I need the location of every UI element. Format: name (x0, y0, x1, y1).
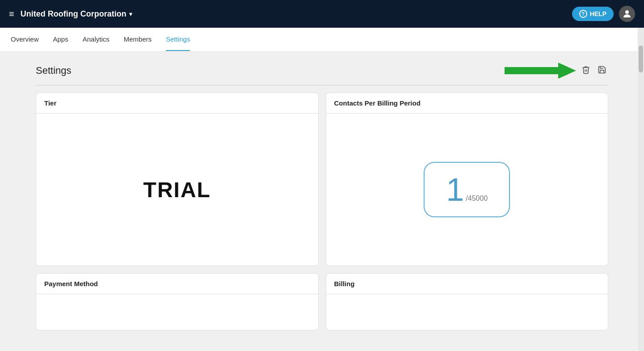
payment-method-card-header: Payment Method (36, 274, 318, 294)
tab-overview[interactable]: Overview (11, 28, 39, 51)
tab-analytics[interactable]: Analytics (83, 28, 109, 51)
top-navbar: ≡ United Roofing Corporation ▾ ? HELP (0, 0, 644, 28)
contacts-card-header: Contacts Per Billing Period (326, 93, 608, 114)
org-name: United Roofing Corporation ▾ (21, 9, 132, 19)
save-icon[interactable] (596, 63, 608, 78)
annotation-arrow (505, 61, 576, 80)
main-content: Settings (0, 52, 644, 351)
billing-card: Billing (326, 273, 609, 330)
contacts-card-body: 1 /45000 (326, 114, 608, 266)
billing-card-body (326, 294, 608, 330)
help-circle-icon: ? (579, 10, 587, 18)
tier-card-body: TRIAL (36, 114, 318, 266)
nav-right: ? HELP (572, 6, 635, 22)
tab-settings[interactable]: Settings (166, 28, 190, 51)
nav-left: ≡ United Roofing Corporation ▾ (9, 9, 132, 19)
settings-header: Settings (36, 61, 608, 85)
help-label: HELP (590, 10, 606, 17)
contacts-total: /45000 (466, 195, 488, 203)
tab-members[interactable]: Members (124, 28, 152, 51)
settings-actions (505, 61, 608, 80)
tab-apps[interactable]: Apps (53, 28, 68, 51)
delete-icon[interactable] (580, 63, 592, 78)
page-title: Settings (36, 65, 72, 76)
scrollbar-track[interactable] (638, 28, 644, 351)
billing-card-header: Billing (326, 274, 608, 294)
hamburger-icon[interactable]: ≡ (9, 9, 14, 19)
svg-point-0 (625, 10, 629, 14)
cards-grid: Tier TRIAL Contacts Per Billing Period 1… (36, 93, 608, 330)
secondary-nav: Overview Apps Analytics Members Settings (0, 28, 644, 52)
contacts-counter: 1 /45000 (424, 162, 510, 217)
contacts-current: 1 (446, 173, 464, 206)
tier-card: Tier TRIAL (36, 93, 319, 266)
payment-method-card-body (36, 294, 318, 330)
scrollbar-thumb[interactable] (639, 46, 643, 72)
payment-method-card: Payment Method (36, 273, 319, 330)
avatar[interactable] (619, 6, 635, 22)
svg-marker-1 (505, 63, 576, 79)
contacts-card: Contacts Per Billing Period 1 /45000 (326, 93, 609, 266)
org-name-text: United Roofing Corporation (21, 9, 126, 19)
green-arrow-icon (505, 61, 576, 80)
help-button[interactable]: ? HELP (572, 7, 614, 21)
tier-value: TRIAL (143, 178, 211, 202)
tier-card-header: Tier (36, 93, 318, 114)
chevron-down-icon[interactable]: ▾ (129, 11, 132, 17)
